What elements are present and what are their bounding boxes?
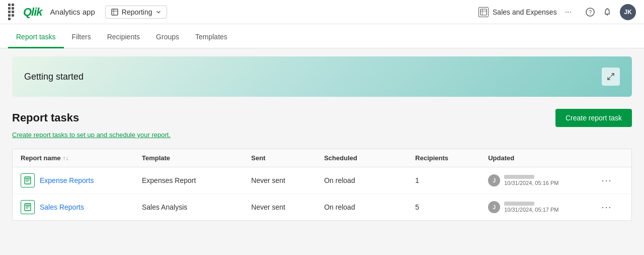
report-icon — [21, 200, 35, 214]
updated-date: 10/31/2024, 05:17 PM — [504, 207, 558, 213]
column-header-actions — [590, 149, 632, 167]
report-name-text[interactable]: Expense Reports — [40, 176, 94, 184]
section-header: Report tasks Create report task — [12, 109, 632, 127]
grid-menu-icon[interactable] — [8, 4, 17, 20]
cell-recipients: 1 — [407, 167, 480, 194]
top-navigation: Qlik Analytics app Reporting Sales and E… — [0, 0, 644, 24]
tab-groups[interactable]: Groups — [148, 27, 187, 48]
nav-icons: ? JK — [586, 4, 636, 20]
column-header-template: Template — [134, 149, 243, 167]
svg-rect-0 — [112, 9, 118, 15]
notifications-icon[interactable] — [603, 8, 612, 17]
tab-report-tasks[interactable]: Report tasks — [8, 27, 64, 48]
cell-sent: Never sent — [243, 194, 316, 221]
cell-report-name: Expense Reports — [13, 167, 134, 194]
cell-report-name: Sales Reports — [13, 194, 134, 221]
report-tasks-table: Report name ↑↓ Template Sent Scheduled R… — [12, 149, 632, 221]
main-content: Getting started Report tasks Create repo… — [0, 48, 644, 229]
create-report-task-button[interactable]: Create report task — [555, 109, 632, 127]
tab-filters[interactable]: Filters — [64, 27, 99, 48]
report-icon — [21, 173, 35, 187]
banner-expand-button[interactable] — [602, 68, 620, 86]
cell-actions[interactable]: ··· — [590, 167, 632, 194]
help-icon[interactable]: ? — [586, 8, 595, 17]
sort-icon: ↑↓ — [62, 155, 68, 162]
row-actions-menu-button[interactable]: ··· — [598, 173, 616, 187]
svg-text:?: ? — [589, 9, 592, 15]
sheet-thumbnail-icon — [478, 7, 489, 17]
column-header-sent: Sent — [243, 149, 316, 167]
cell-sent: Never sent — [243, 167, 316, 194]
banner-title: Getting started — [24, 72, 84, 82]
table-row: Sales Reports Sales Analysis Never sent … — [13, 194, 632, 221]
updated-name-blurred — [504, 202, 534, 206]
row-actions-menu-button[interactable]: ··· — [598, 200, 616, 214]
user-avatar[interactable]: JK — [620, 4, 636, 20]
sheet-link[interactable]: Sales and Expenses ··· — [478, 7, 572, 17]
column-header-updated: Updated — [480, 149, 589, 167]
updated-info: 10/31/2024, 05:16 PM — [504, 175, 558, 186]
expand-icon — [607, 73, 615, 81]
tab-templates[interactable]: Templates — [187, 27, 235, 48]
column-header-report-name[interactable]: Report name ↑↓ — [13, 149, 134, 167]
section-title: Report tasks — [12, 111, 79, 124]
table-body: Expense Reports Expenses Report Never se… — [13, 167, 632, 221]
report-name-text[interactable]: Sales Reports — [40, 203, 84, 211]
cell-updated: J 10/31/2024, 05:16 PM — [480, 167, 589, 194]
chevron-down-icon — [155, 9, 162, 15]
cell-scheduled: On reload — [316, 167, 407, 194]
updated-name-blurred — [504, 175, 534, 179]
app-name: Analytics app — [50, 8, 95, 16]
qlik-logo: Qlik — [23, 6, 42, 19]
reporting-dropdown[interactable]: Reporting — [105, 6, 167, 19]
reporting-label: Reporting — [122, 8, 152, 16]
cell-actions[interactable]: ··· — [590, 194, 632, 221]
sheet-icon — [111, 8, 119, 16]
section-subtitle: Create report tasks to set up and schedu… — [12, 131, 632, 139]
cell-template: Sales Analysis — [134, 194, 243, 221]
updated-user-avatar: J — [488, 201, 500, 213]
cell-updated: J 10/31/2024, 05:17 PM — [480, 194, 589, 221]
column-header-recipients: Recipients — [407, 149, 480, 167]
tabs-bar: Report tasks Filters Recipients Groups T… — [0, 24, 644, 48]
cell-template: Expenses Report — [134, 167, 243, 194]
table-row: Expense Reports Expenses Report Never se… — [13, 167, 632, 194]
subtitle-link[interactable]: Create report tasks to set up and schedu… — [12, 131, 171, 139]
updated-user-avatar: J — [488, 174, 500, 186]
sheet-name: Sales and Expenses — [493, 8, 557, 16]
svg-rect-3 — [480, 9, 487, 15]
sheet-more-icon[interactable]: ··· — [565, 8, 572, 17]
column-header-scheduled: Scheduled — [316, 149, 407, 167]
getting-started-banner: Getting started — [12, 56, 632, 97]
cell-scheduled: On reload — [316, 194, 407, 221]
updated-date: 10/31/2024, 05:16 PM — [504, 180, 558, 186]
updated-info: 10/31/2024, 05:17 PM — [504, 202, 558, 213]
table-header-row: Report name ↑↓ Template Sent Scheduled R… — [13, 149, 632, 167]
tab-recipients[interactable]: Recipients — [99, 27, 148, 48]
cell-recipients: 5 — [407, 194, 480, 221]
